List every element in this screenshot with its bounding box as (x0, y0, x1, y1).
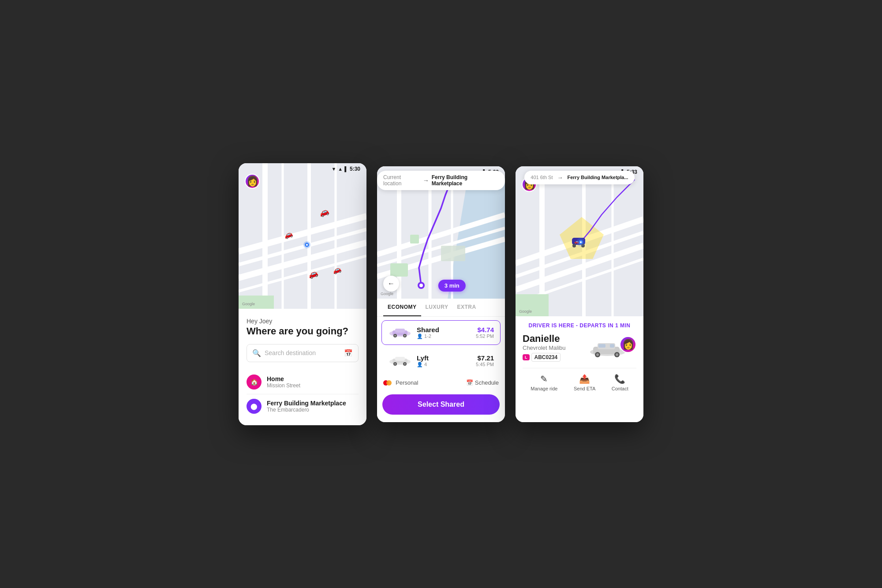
svg-rect-28 (410, 235, 419, 243)
back-button[interactable]: ← (383, 276, 399, 292)
svg-text:Google: Google (519, 309, 532, 314)
ferry-icon: ⬤ (247, 399, 262, 414)
svg-point-31 (419, 284, 423, 287)
dest-ferry[interactable]: ⬤ Ferry Building Marketplace The Embarca… (247, 394, 359, 418)
plate-badge: L ABC0234 (523, 353, 588, 362)
calendar-icon: 📅 (344, 349, 353, 357)
bottom-panel-1: Hey Joey Where are you going? 🔍 Search d… (239, 309, 366, 425)
tab-economy[interactable]: ECONOMY (383, 299, 421, 316)
svg-point-60 (572, 244, 576, 247)
driver-car: Chevrolet Malibu (523, 345, 588, 351)
payment-label: Personal (396, 379, 418, 386)
action-row: ✎ Manage ride 📤 Send ETA 📞 Contact (523, 368, 636, 391)
route-arrow-3: → (557, 174, 563, 181)
lyft-price-amount: $7.21 (476, 354, 494, 362)
dest-home[interactable]: 🏠 Home Mission Street (247, 370, 359, 394)
send-eta-button[interactable]: 📤 Send ETA (574, 374, 595, 391)
user-avatar-1: 👩 (245, 174, 260, 189)
svg-point-46 (394, 363, 396, 365)
shared-info: Shared 👤 1-2 (417, 326, 471, 339)
ride-option-lyft[interactable]: Lyft 👤 4 $7.21 5:45 PM (381, 348, 501, 373)
search-bar[interactable]: 🔍 Search destination 📅 (247, 344, 359, 362)
screens-container: ▼ ▲ ▌ 5:30 (221, 146, 661, 443)
contact-label: Contact (612, 386, 628, 391)
shared-name: Shared (417, 326, 471, 333)
svg-point-65 (580, 241, 582, 243)
route-origin-3: 401 6th St (531, 175, 553, 180)
plate-number: ABC0234 (531, 353, 561, 362)
driver-info-row: Danielle Chevrolet Malibu L ABC0234 (523, 333, 636, 362)
route-header-2: Current location → Ferry Building Market… (377, 171, 505, 190)
dest-ferry-sub: The Embarcadero (267, 407, 346, 413)
lyft-price: $7.21 5:45 PM (476, 354, 494, 367)
driver-details: Danielle Chevrolet Malibu L ABC0234 (523, 333, 588, 362)
svg-rect-37 (395, 329, 405, 333)
route-arrow-2: → (423, 177, 429, 184)
lyft-capacity: 👤 4 (417, 362, 471, 367)
status-bar-1: ▼ ▲ ▌ 5:30 (239, 163, 366, 174)
driver-avatar: 👩 (620, 336, 636, 353)
schedule-right[interactable]: 📅 Schedule (466, 379, 499, 386)
svg-point-41 (404, 335, 406, 337)
battery-icon-1: ▌ (344, 166, 348, 172)
manage-ride-button[interactable]: ✎ Manage ride (531, 374, 557, 391)
screen-1: ▼ ▲ ▌ 5:30 (239, 163, 366, 425)
svg-point-13 (306, 244, 308, 246)
route-pill-2: Current location → Ferry Building Market… (377, 171, 505, 190)
svg-rect-70 (598, 344, 605, 348)
route-dest-2: Ferry Building Marketplace (432, 174, 499, 187)
screen-3: ▼ ▲ ▌ 5:33 (516, 166, 643, 422)
map-area-2: Google Current location → Ferry Building… (377, 166, 505, 299)
send-eta-label: Send ETA (574, 386, 595, 391)
contact-button[interactable]: 📞 Contact (612, 374, 628, 391)
svg-point-48 (404, 363, 406, 365)
svg-point-75 (616, 353, 618, 356)
svg-point-39 (394, 335, 396, 337)
time-1: 5:30 (350, 166, 360, 172)
payment-row: Personal 📅 Schedule (377, 375, 505, 391)
schedule-icon: 📅 (466, 379, 473, 386)
lyft-car-image (388, 355, 412, 367)
shared-price: $4.74 5:52 PM (476, 326, 494, 339)
shared-capacity: 👤 1-2 (417, 333, 471, 339)
dest-home-sub: Mission Street (267, 382, 300, 389)
ride-option-shared[interactable]: Shared 👤 1-2 $4.74 5:52 PM (381, 320, 501, 345)
search-icon: 🔍 (252, 349, 261, 357)
svg-text:Google: Google (381, 292, 393, 296)
svg-rect-44 (395, 357, 405, 361)
tab-extra[interactable]: EXTRA (452, 299, 480, 316)
ride-options-panel: ECONOMY LUXURY EXTRA (377, 299, 505, 422)
search-placeholder: Search destination (265, 349, 340, 356)
select-shared-button[interactable]: Select Shared (382, 394, 500, 415)
svg-text:Google: Google (242, 302, 255, 306)
person-icon: 👤 (417, 333, 423, 339)
mastercard-icon (383, 379, 393, 386)
route-dest-3: Ferry Building Marketpla... (568, 175, 628, 180)
shared-price-time: 5:52 PM (476, 333, 494, 339)
lyft-price-time: 5:45 PM (476, 362, 494, 367)
lyft-info: Lyft 👤 4 (417, 354, 471, 367)
manage-icon: ✎ (540, 374, 548, 384)
schedule-label: Schedule (475, 379, 499, 386)
eta-bubble: 3 min (438, 280, 466, 292)
tabs-row: ECONOMY LUXURY EXTRA (377, 299, 505, 317)
tab-luxury[interactable]: LUXURY (421, 299, 453, 316)
dest-ferry-label: Ferry Building Marketplace (267, 400, 346, 407)
lyft-name: Lyft (417, 354, 471, 362)
driver-name: Danielle (523, 333, 588, 345)
screen-2: ▼ ▲ ▌ 5:30 (377, 166, 505, 422)
greeting-sub: Hey Joey (247, 318, 359, 325)
driver-panel: DRIVER IS HERE - DEPARTS IN 1 MIN Daniel… (516, 316, 643, 422)
shared-price-amount: $4.74 (476, 326, 494, 333)
contact-icon: 📞 (614, 374, 625, 384)
svg-rect-29 (441, 246, 465, 261)
manage-label: Manage ride (531, 386, 557, 391)
status-icons-1: ▼ ▲ ▌ 5:30 (331, 166, 360, 172)
dest-ferry-text: Ferry Building Marketplace The Embarcade… (267, 400, 346, 413)
driver-photo-area: 👩 (588, 336, 636, 358)
driver-status: DRIVER IS HERE - DEPARTS IN 1 MIN (523, 322, 636, 329)
greeting-main: Where are you going? (247, 326, 359, 337)
route-pill-3: 401 6th St → Ferry Building Marketpla... (524, 171, 634, 184)
home-icon: 🏠 (247, 375, 262, 390)
send-eta-icon: 📤 (579, 374, 590, 384)
